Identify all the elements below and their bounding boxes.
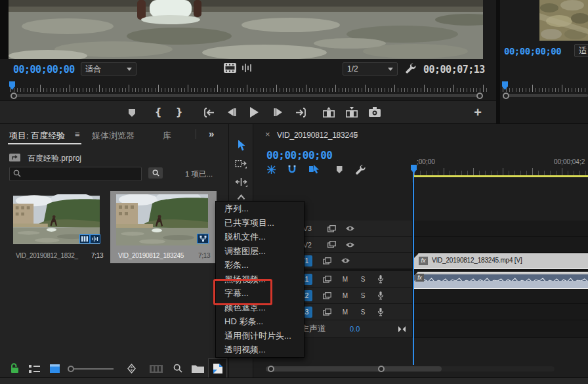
mute-button[interactable]: M bbox=[341, 292, 349, 299]
search-input[interactable] bbox=[9, 167, 142, 181]
clip-name[interactable]: VID_20190812_183245 bbox=[118, 252, 184, 259]
fit-select[interactable]: 适合 bbox=[81, 62, 136, 75]
menu-item-transparent-video[interactable]: 透明视频... bbox=[216, 343, 304, 357]
folder-up-icon[interactable] bbox=[9, 152, 20, 161]
timeline-scrollbar-left-handle[interactable] bbox=[268, 366, 274, 372]
resolution-select[interactable]: 1/2 bbox=[343, 62, 398, 75]
list-view-button[interactable] bbox=[29, 365, 40, 373]
mic-icon[interactable] bbox=[377, 275, 384, 284]
tab-libraries[interactable]: 库 bbox=[163, 130, 171, 142]
eye-icon[interactable] bbox=[341, 257, 350, 264]
menu-item-sequence[interactable]: 序列... bbox=[216, 202, 304, 216]
button-editor-add-button[interactable]: + bbox=[471, 104, 484, 121]
new-bin-button[interactable] bbox=[192, 364, 204, 373]
find-project-button[interactable] bbox=[173, 364, 182, 373]
source-timecode[interactable]: 00;00;00;00 bbox=[504, 46, 561, 56]
linked-selection-icon[interactable] bbox=[309, 165, 320, 174]
find-button[interactable] bbox=[148, 167, 163, 179]
solo-button[interactable]: S bbox=[359, 276, 367, 283]
master-volume-value[interactable]: 0.0 bbox=[350, 325, 360, 333]
audio-clip[interactable]: fx bbox=[414, 272, 588, 289]
sequence-badge-icon[interactable] bbox=[197, 234, 209, 244]
clip-thumbnail[interactable] bbox=[116, 194, 208, 245]
sort-button[interactable] bbox=[127, 364, 136, 373]
menu-item-adjustment-layer[interactable]: 调整图层... bbox=[216, 244, 304, 259]
tab-project[interactable]: 项目: 百度经验 bbox=[9, 130, 65, 142]
solo-button[interactable]: S bbox=[359, 292, 367, 299]
lift-button[interactable] bbox=[323, 107, 335, 117]
mic-icon[interactable] bbox=[377, 291, 384, 300]
eye-icon[interactable] bbox=[345, 225, 355, 232]
program-scrollbar-right-handle[interactable] bbox=[476, 93, 483, 99]
menu-item-shared-project[interactable]: 已共享项目... bbox=[216, 216, 304, 230]
menu-item-hd-bars[interactable]: HD 彩条... bbox=[216, 314, 304, 329]
sync-lock-icon[interactable] bbox=[323, 309, 331, 316]
source-time-ruler[interactable] bbox=[503, 83, 588, 93]
timeline-tab-close[interactable]: × bbox=[265, 129, 270, 139]
drag-video-icon[interactable] bbox=[224, 63, 236, 73]
go-to-out-button[interactable] bbox=[295, 108, 306, 117]
timeline-panel-menu-icon[interactable]: ≡ bbox=[353, 129, 358, 139]
nest-toggle-icon[interactable] bbox=[266, 165, 276, 175]
new-item-button[interactable] bbox=[208, 358, 227, 378]
timeline-add-marker-button[interactable] bbox=[335, 165, 343, 174]
filmstrip-badge-icon[interactable] bbox=[79, 234, 90, 244]
lane-a3[interactable] bbox=[412, 304, 588, 320]
breadcrumb[interactable]: 百度经验.prproj bbox=[28, 153, 81, 164]
source-scrollbar[interactable] bbox=[508, 94, 588, 97]
program-timecode[interactable]: 00;00;00;00 bbox=[13, 64, 75, 75]
lane-v3[interactable] bbox=[412, 221, 588, 237]
export-frame-button[interactable] bbox=[369, 107, 381, 117]
play-button[interactable] bbox=[249, 106, 259, 118]
lane-a2[interactable] bbox=[412, 288, 588, 304]
razor-tool-partial[interactable] bbox=[237, 194, 245, 200]
clip-name[interactable]: VID_20190812_1832_ bbox=[16, 252, 78, 259]
menu-item-offline-file[interactable]: 脱机文件... bbox=[216, 230, 304, 244]
solo-button[interactable]: S bbox=[359, 309, 367, 316]
go-to-in-button[interactable] bbox=[203, 108, 215, 117]
sync-lock-icon[interactable] bbox=[323, 276, 331, 283]
drag-audio-icon[interactable] bbox=[242, 63, 252, 73]
tab-overflow-chevron[interactable]: » bbox=[209, 128, 214, 139]
program-scrollbar-left-handle[interactable] bbox=[10, 93, 17, 99]
lock-icon[interactable] bbox=[10, 363, 19, 373]
timeline-scrollbar-right-handle[interactable] bbox=[378, 366, 385, 372]
selection-tool[interactable] bbox=[237, 140, 246, 151]
program-time-ruler[interactable] bbox=[10, 83, 488, 93]
step-forward-button[interactable] bbox=[273, 108, 283, 117]
menu-item-counting-leader[interactable]: 通用倒计时片头... bbox=[216, 329, 304, 343]
settings-wrench-icon[interactable] bbox=[405, 62, 416, 74]
panel-menu-icon[interactable]: ≡ bbox=[75, 129, 80, 139]
menu-item-bars[interactable]: 彩条... bbox=[216, 258, 304, 272]
source-scrollbar-handle[interactable] bbox=[503, 93, 509, 99]
add-marker-button[interactable] bbox=[127, 108, 136, 118]
timeline-tab-title[interactable]: VID_20190812_183245 bbox=[277, 131, 358, 140]
snap-magnet-icon[interactable] bbox=[287, 165, 297, 174]
track-select-forward-tool[interactable] bbox=[235, 160, 247, 169]
source-fit-select[interactable]: 适 bbox=[574, 44, 588, 57]
timeline-scrollbar-bar[interactable] bbox=[266, 366, 442, 372]
mute-button[interactable]: M bbox=[341, 276, 349, 283]
sync-lock-icon[interactable] bbox=[327, 225, 336, 232]
zoom-slider-handle[interactable] bbox=[68, 366, 74, 372]
automate-to-sequence-button[interactable] bbox=[150, 365, 163, 373]
ripple-edit-tool[interactable] bbox=[235, 178, 247, 187]
mic-icon[interactable] bbox=[377, 308, 384, 316]
audio-badge-icon[interactable] bbox=[90, 234, 100, 244]
sync-lock-icon[interactable] bbox=[327, 241, 336, 248]
program-scrollbar[interactable] bbox=[16, 94, 479, 97]
mute-button[interactable]: M bbox=[341, 309, 349, 316]
eye-icon[interactable] bbox=[345, 242, 355, 248]
zoom-slider-track[interactable] bbox=[74, 368, 114, 370]
timeline-ruler[interactable] bbox=[414, 166, 588, 176]
mark-out-button[interactable]: } bbox=[175, 106, 184, 119]
timeline-timecode[interactable]: 00;00;00;00 bbox=[266, 149, 332, 161]
step-back-button[interactable] bbox=[227, 108, 237, 117]
sync-lock-icon[interactable] bbox=[323, 292, 331, 299]
lane-v2[interactable] bbox=[412, 237, 588, 253]
extract-button[interactable] bbox=[346, 107, 358, 117]
video-clip[interactable]: fx VID_20190812_183245.mp4 [V] bbox=[414, 253, 588, 269]
sync-lock-icon[interactable] bbox=[323, 257, 331, 265]
timeline-playhead-line[interactable] bbox=[413, 166, 414, 365]
icon-view-button[interactable] bbox=[50, 364, 60, 373]
